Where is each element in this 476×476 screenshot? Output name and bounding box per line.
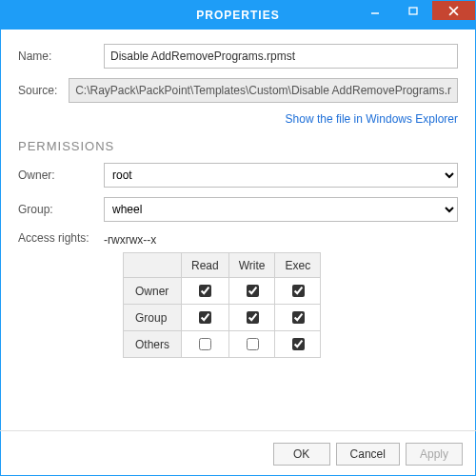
perm-owner-write[interactable] [247, 285, 259, 297]
access-rights-label: Access rights: [18, 231, 104, 245]
name-label: Name: [18, 50, 104, 63]
dialog-content: Name: Source: C:\RayPack\PackPoint\Templ… [1, 30, 475, 358]
cancel-button[interactable]: Cancel [336, 443, 400, 466]
window-buttons [356, 1, 475, 30]
close-button[interactable] [432, 1, 475, 20]
show-in-explorer-link[interactable]: Show the file in Windows Explorer [18, 112, 458, 126]
perm-row-group: Group [124, 305, 182, 331]
perm-others-exec[interactable] [292, 338, 305, 350]
source-display: C:\RayPack\PackPoint\Templates\Custom\Di… [69, 78, 458, 103]
perm-group-read[interactable] [199, 311, 211, 324]
perm-group-write[interactable] [247, 311, 259, 324]
perm-col-exec: Exec [275, 253, 321, 278]
perm-col-write: Write [228, 253, 275, 278]
group-label: Group: [18, 203, 104, 216]
svg-rect-1 [409, 8, 417, 14]
perm-col-read: Read [182, 253, 229, 278]
perm-group-exec[interactable] [292, 311, 305, 324]
apply-button[interactable]: Apply [406, 443, 463, 466]
owner-select[interactable]: root [104, 163, 458, 188]
group-select[interactable]: wheel [104, 197, 458, 222]
perm-owner-read[interactable] [199, 285, 211, 297]
perm-row-owner: Owner [124, 278, 182, 305]
perm-others-read[interactable] [199, 338, 211, 350]
ok-button[interactable]: OK [273, 443, 330, 466]
source-label: Source: [18, 84, 69, 97]
perm-others-write[interactable] [247, 338, 259, 350]
minimize-button[interactable] [356, 1, 394, 20]
permissions-table: Read Write Exec Owner Group Others [123, 252, 321, 358]
maximize-button[interactable] [394, 1, 432, 20]
dialog-footer: OK Cancel Apply [0, 430, 476, 476]
access-rights-string: -rwxrwx--x [104, 231, 156, 247]
perm-owner-exec[interactable] [292, 285, 305, 297]
perm-corner-cell [124, 253, 182, 278]
name-input[interactable] [104, 44, 458, 69]
owner-label: Owner: [18, 169, 104, 182]
titlebar: PROPERTIES [1, 1, 475, 30]
perm-row-others: Others [124, 331, 182, 358]
permissions-header: PERMISSIONS [18, 139, 458, 153]
